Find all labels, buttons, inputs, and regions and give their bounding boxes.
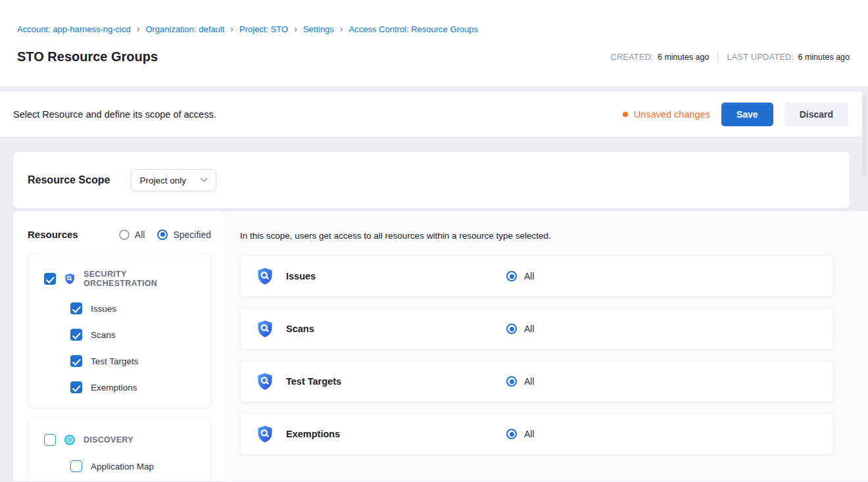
resources-radio-specified[interactable]: Specified <box>157 229 211 240</box>
access-option-all[interactable]: All <box>506 324 535 334</box>
access-option-all[interactable]: All <box>506 271 535 281</box>
breadcrumb-account-link[interactable]: Account: app-harness-ng-cicd <box>17 24 131 34</box>
exemptions-checkbox[interactable] <box>70 381 82 393</box>
access-all-label: All <box>524 376 535 387</box>
resource-group-security-orchestration: SECURITY ORCHESTRATION Issues Scans Test… <box>28 253 211 408</box>
unsaved-changes-indicator: Unsaved changes <box>623 109 710 120</box>
item-label: Scans <box>91 330 116 340</box>
row-label: Issues <box>286 271 316 281</box>
access-all-label: All <box>524 324 535 334</box>
security-shield-icon <box>256 425 274 443</box>
discovery-icon <box>64 434 76 446</box>
breadcrumb-resource-groups-link[interactable]: Access Control: Resource Groups <box>349 24 479 34</box>
resource-scope-select[interactable]: Project only <box>131 169 216 191</box>
page-title: STO Resource Groups <box>17 49 158 64</box>
resource-item-issues[interactable]: Issues <box>70 302 201 314</box>
last-updated-label: LAST UPDATED: <box>727 53 794 62</box>
issues-checkbox[interactable] <box>70 302 82 314</box>
last-updated-value: 6 minutes ago <box>798 53 850 62</box>
group-header[interactable]: DISCOVERY <box>44 434 201 446</box>
access-option-all[interactable]: All <box>506 376 535 387</box>
breadcrumb-settings-link[interactable]: Settings <box>303 24 334 34</box>
chevron-right-icon: › <box>294 24 297 34</box>
unsaved-dot-icon <box>623 112 628 117</box>
group-label: SECURITY ORCHESTRATION <box>84 270 201 288</box>
created-value: 6 minutes ago <box>658 53 710 62</box>
security-shield-icon <box>256 320 274 338</box>
item-label: Application Map <box>91 462 154 471</box>
breadcrumb-organization-link[interactable]: Organization: default <box>145 24 224 34</box>
resource-item-exemptions[interactable]: Exemptions <box>70 381 201 393</box>
created-label: CREATED: <box>610 53 653 62</box>
resource-row-scans: Scans All <box>240 308 834 350</box>
timestamps: CREATED: 6 minutes ago LAST UPDATED: 6 m… <box>610 51 850 62</box>
chevron-right-icon: › <box>340 24 343 34</box>
security-orchestration-checkbox[interactable] <box>44 273 56 285</box>
discovery-checkbox[interactable] <box>44 434 56 446</box>
chevron-right-icon: › <box>230 24 233 34</box>
application-map-checkbox[interactable] <box>70 460 82 472</box>
scope-description: In this scope, users get access to all r… <box>240 231 834 241</box>
resource-row-exemptions: Exemptions All <box>240 413 834 455</box>
resource-item-scans[interactable]: Scans <box>70 329 201 341</box>
unsaved-changes-label: Unsaved changes <box>634 109 710 120</box>
resources-radio-all[interactable]: All <box>119 229 145 240</box>
security-shield-icon <box>256 267 274 285</box>
access-all-radio[interactable] <box>506 324 517 334</box>
divider <box>717 51 718 62</box>
action-toolbar: Select Resource and define its scope of … <box>0 91 863 137</box>
resource-scope-selected-value: Project only <box>139 176 186 185</box>
item-label: Issues <box>91 304 116 314</box>
group-header[interactable]: SECURITY ORCHESTRATION <box>44 270 201 288</box>
radio-all[interactable] <box>119 229 130 240</box>
resources-panel: Resources All Specified <box>13 211 224 481</box>
save-button[interactable]: Save <box>721 103 773 126</box>
access-all-radio[interactable] <box>506 271 517 281</box>
security-shield-icon <box>64 273 76 285</box>
access-all-label: All <box>524 271 535 281</box>
scans-checkbox[interactable] <box>70 329 82 341</box>
toolbar-description: Select Resource and define its scope of … <box>13 109 216 120</box>
security-shield-icon <box>256 372 274 391</box>
row-label: Exemptions <box>286 429 340 439</box>
item-label: Exemptions <box>91 383 137 393</box>
resource-scope-card: Resource Scope Project only <box>13 152 850 208</box>
discard-button[interactable]: Discard <box>784 103 848 126</box>
resources-title: Resources <box>28 229 78 240</box>
resource-item-test-targets[interactable]: Test Targets <box>70 355 201 367</box>
row-label: Scans <box>286 324 314 334</box>
access-all-radio[interactable] <box>506 429 517 439</box>
radio-specified-label: Specified <box>173 229 211 240</box>
vertical-scrollbar-thumb[interactable] <box>862 95 867 176</box>
row-label: Test Targets <box>286 376 341 387</box>
page-header: Account: app-harness-ng-cicd › Organizat… <box>0 0 868 87</box>
radio-all-label: All <box>135 229 145 240</box>
breadcrumb-project-link[interactable]: Project: STO <box>239 24 288 34</box>
resource-scope-label: Resource Scope <box>28 174 110 186</box>
item-label: Test Targets <box>91 356 139 366</box>
access-all-label: All <box>524 429 535 439</box>
breadcrumb: Account: app-harness-ng-cicd › Organizat… <box>17 0 850 34</box>
content-area: Resource Scope Project only Resources Al… <box>0 137 868 481</box>
chevron-down-icon <box>200 178 208 183</box>
radio-specified[interactable] <box>157 229 168 240</box>
group-label: DISCOVERY <box>84 435 133 445</box>
scope-access-panel: In this scope, users get access to all r… <box>224 211 868 481</box>
resource-group-discovery: DISCOVERY Application Map <box>28 418 211 482</box>
resource-row-test-targets: Test Targets All <box>240 360 834 402</box>
resource-item-application-map[interactable]: Application Map <box>70 460 201 472</box>
access-option-all[interactable]: All <box>506 429 535 439</box>
access-all-radio[interactable] <box>506 376 517 387</box>
chevron-right-icon: › <box>137 24 140 34</box>
resource-row-issues: Issues All <box>240 255 834 297</box>
test-targets-checkbox[interactable] <box>70 355 82 367</box>
